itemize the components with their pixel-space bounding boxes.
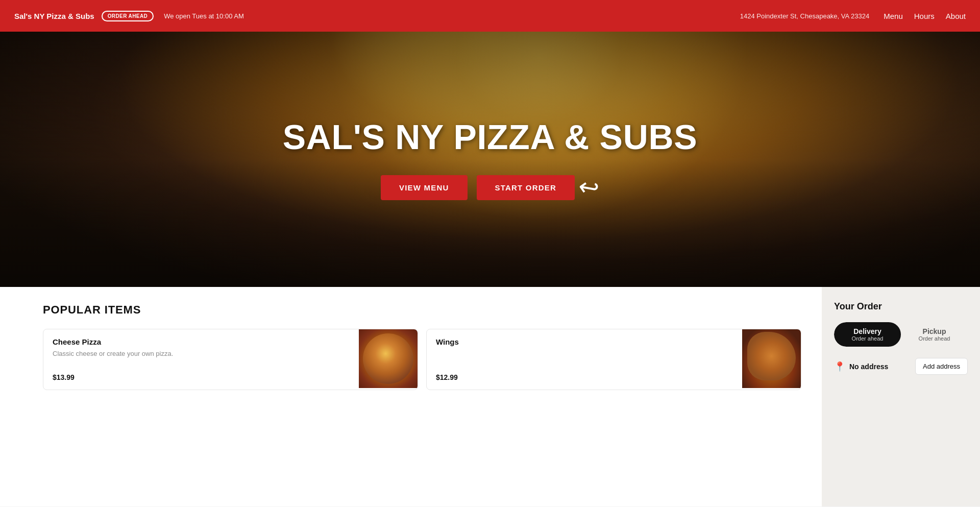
order-panel: Your Order Delivery Order ahead Pickup O…	[822, 287, 980, 506]
location-pin-icon: 📍	[834, 361, 845, 372]
start-order-button[interactable]: START ORDER	[477, 175, 575, 200]
hero-content: SAL'S NY PIZZA & SUBS VIEW MENU START OR…	[0, 32, 980, 287]
header-address: 1424 Poindexter St, Chesapeake, VA 23324	[740, 12, 869, 20]
header: Sal's NY Pizza & Subs OrDeR Ahead We ope…	[0, 0, 980, 32]
hero-section: SAL'S NY PIZZA & SUBS VIEW MENU START OR…	[0, 32, 980, 287]
header-right: 1424 Poindexter St, Chesapeake, VA 23324…	[740, 12, 966, 20]
nav-hours[interactable]: Hours	[914, 12, 935, 20]
order-type-toggle: Delivery Order ahead Pickup Order ahead	[834, 322, 968, 347]
delivery-toggle-button[interactable]: Delivery Order ahead	[834, 322, 901, 347]
item-info: Cheese Pizza Classic cheese or create yo…	[43, 329, 359, 390]
popular-items-title: POPULAR ITEMS	[43, 303, 801, 317]
item-price: $13.99	[53, 373, 350, 381]
no-address-label: No address	[849, 363, 888, 371]
header-left: Sal's NY Pizza & Subs OrDeR Ahead We ope…	[14, 11, 244, 21]
items-grid: Cheese Pizza Classic cheese or create yo…	[43, 329, 801, 390]
view-menu-button[interactable]: VIEW MENU	[381, 175, 467, 200]
hero-arrow-icon: ↩	[576, 172, 601, 203]
item-name: Cheese Pizza	[53, 337, 350, 346]
address-row: 📍 No address Add address	[834, 358, 968, 375]
hero-buttons: VIEW MENU START ORDER ↩	[381, 173, 599, 202]
brand-name: Sal's NY Pizza & Subs	[14, 12, 94, 20]
order-ahead-badge: OrDeR Ahead	[102, 11, 154, 21]
item-name: Wings	[436, 337, 733, 346]
item-image-wings	[742, 329, 801, 388]
header-nav: Menu Hours About	[884, 12, 966, 20]
header-hours: We open Tues at 10:00 AM	[164, 12, 244, 20]
item-image-pizza	[359, 329, 418, 388]
list-item[interactable]: Cheese Pizza Classic cheese or create yo…	[43, 329, 418, 390]
address-left: 📍 No address	[834, 361, 888, 372]
item-info: Wings $12.99	[427, 329, 742, 390]
item-description: Classic cheese or create your own pizza.	[53, 349, 350, 358]
menu-section: POPULAR ITEMS Cheese Pizza Classic chees…	[0, 287, 822, 506]
main-content: POPULAR ITEMS Cheese Pizza Classic chees…	[0, 287, 980, 506]
hero-title: SAL'S NY PIZZA & SUBS	[283, 117, 698, 157]
order-panel-title: Your Order	[834, 301, 968, 312]
nav-about[interactable]: About	[946, 12, 966, 20]
pizza-thumbnail	[359, 329, 418, 388]
add-address-button[interactable]: Add address	[915, 358, 968, 375]
wings-thumbnail	[742, 329, 801, 388]
pickup-toggle-button[interactable]: Pickup Order ahead	[901, 322, 968, 347]
list-item[interactable]: Wings $12.99	[426, 329, 801, 390]
nav-menu[interactable]: Menu	[884, 12, 903, 20]
item-price: $12.99	[436, 373, 733, 381]
